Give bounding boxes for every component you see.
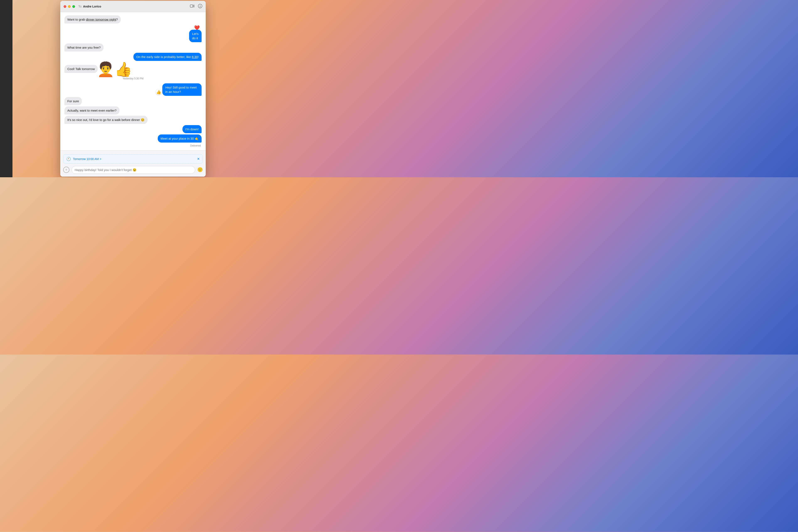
- scheduled-banner[interactable]: 🕙 Tomorrow 10:00 AM > ✕: [63, 154, 203, 164]
- message-row: It's so nice out, I'd love to go for a w…: [64, 116, 202, 124]
- message-row: I'm down!: [64, 125, 202, 133]
- scheduled-close-button[interactable]: ✕: [197, 157, 200, 161]
- message-row: What time are you free?: [64, 43, 202, 52]
- input-area: 🕙 Tomorrow 10:00 AM > ✕ + 🙂: [60, 150, 206, 177]
- clock-icon: 🕙: [66, 157, 71, 161]
- bubble-incoming: For sure: [64, 97, 82, 105]
- messages-area: Want to grab dinner tomorrow night? ❤️ L…: [60, 12, 206, 150]
- link-dinner[interactable]: dinner tomorrow night: [86, 18, 116, 21]
- bubble-incoming: Want to grab dinner tomorrow night?: [64, 15, 121, 23]
- titlebar: To: Andre Lorico: [60, 1, 206, 12]
- svg-rect-0: [190, 5, 193, 7]
- message-row: Meet at your place in 30 🤙: [64, 134, 202, 142]
- bubble-outgoing: Hey! Still good to meet in an hour?: [162, 83, 202, 96]
- info-icon[interactable]: [198, 4, 203, 10]
- bubble-outgoing: Let's do it: [189, 30, 202, 42]
- message-input[interactable]: [72, 166, 195, 174]
- message-row: Let's do it: [183, 30, 202, 42]
- bubble-incoming: Actually, want to meet even earlier?: [64, 107, 119, 114]
- add-button[interactable]: +: [63, 167, 70, 173]
- message-row: On the early side is probably better, li…: [64, 53, 202, 61]
- titlebar-actions: [190, 4, 203, 10]
- link-630[interactable]: 6:30: [192, 55, 198, 59]
- bubble-incoming: Cool! Talk tomorrow: [64, 65, 98, 73]
- scheduled-label: Tomorrow 10:00 AM >: [73, 157, 101, 160]
- facetime-icon[interactable]: [190, 4, 194, 9]
- emoji-button[interactable]: 🙂: [197, 167, 203, 172]
- scheduled-left: 🕙 Tomorrow 10:00 AM >: [66, 157, 101, 161]
- messages-window: To: Andre Lorico Want to grab dinner tom…: [60, 1, 206, 177]
- bubble-meet-at-your-place: Meet at your place in 30 🤙: [158, 134, 202, 142]
- bubble-outgoing: On the early side is probably better, li…: [133, 53, 202, 61]
- memoji-sticker: 🧑‍🦱👍: [97, 62, 132, 76]
- to-label: To:: [78, 5, 82, 8]
- input-row: + 🙂: [63, 166, 203, 174]
- message-row: For sure: [64, 97, 202, 105]
- bubble-outgoing: I'm down!: [183, 125, 202, 133]
- delivered-status: Delivered: [64, 144, 202, 147]
- maximize-button[interactable]: [72, 5, 75, 8]
- bubble-incoming: It's so nice out, I'd love to go for a w…: [64, 116, 148, 124]
- bezel-left: [0, 0, 13, 177]
- message-row: Actually, want to meet even earlier?: [64, 107, 202, 114]
- timestamp-divider: Yesterday 5:30 PM: [64, 77, 202, 80]
- thumbsup-tapback: 👍: [156, 89, 162, 95]
- bubble-incoming: What time are you free?: [64, 43, 103, 52]
- minimize-button[interactable]: [68, 5, 71, 8]
- contact-name: Andre Lorico: [83, 5, 101, 8]
- message-row: Want to grab dinner tomorrow night?: [64, 15, 202, 23]
- close-button[interactable]: [63, 5, 66, 8]
- traffic-lights: [63, 5, 75, 8]
